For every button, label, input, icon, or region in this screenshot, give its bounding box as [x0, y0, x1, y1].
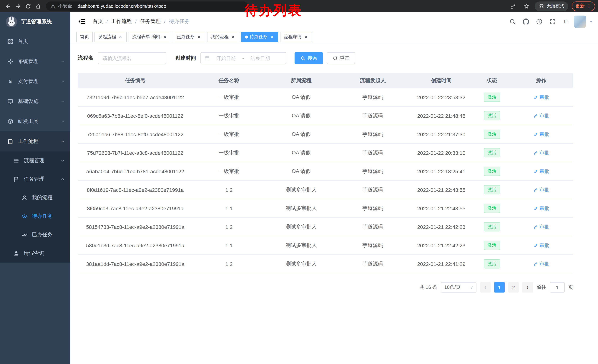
password-key-button[interactable]: [508, 1, 518, 11]
approve-link[interactable]: 审批: [533, 112, 549, 119]
goto-label: 前往: [537, 284, 546, 291]
page-size-select[interactable]: 10条/页 ∨: [441, 282, 476, 292]
home-icon: [35, 3, 41, 9]
page-button-1[interactable]: 1: [494, 282, 505, 292]
sidebar-item-home[interactable]: 首页: [0, 32, 70, 51]
github-button[interactable]: [521, 16, 531, 27]
flag-icon: [13, 176, 19, 182]
chevron-down-icon: [60, 99, 65, 104]
table-row: 58154733-7ac8-11ec-a9e2-a2380e71991a1.2测…: [78, 218, 573, 236]
breadcrumb-workflow[interactable]: 工作流程: [111, 18, 132, 25]
approve-link[interactable]: 审批: [533, 186, 549, 193]
status-badge: 激活: [484, 241, 500, 250]
approve-link[interactable]: 审批: [533, 94, 549, 101]
close-tab-icon[interactable]: ×: [162, 34, 167, 40]
breadcrumb-home[interactable]: 首页: [93, 18, 103, 25]
forward-button[interactable]: [13, 1, 23, 11]
close-tab-icon[interactable]: ×: [269, 34, 274, 40]
sidebar-item-workflow[interactable]: 工作流程: [0, 131, 70, 152]
help-button[interactable]: ?: [534, 16, 544, 27]
app-title: 芋道管理系统: [21, 18, 52, 25]
sidebar-item-task-management[interactable]: 任务管理: [0, 170, 70, 188]
sidebar: 芋道管理系统 首页 系统管理 ¥ 支付管理 基础设施 研发工具: [0, 12, 70, 364]
user-avatar[interactable]: [574, 15, 586, 28]
sidebar-item-leave-query[interactable]: 请假查询: [0, 244, 70, 263]
status-badge: 激活: [484, 259, 500, 268]
sidebar-item-process-management[interactable]: 流程管理: [0, 152, 70, 170]
col-task-id: 任务编号: [78, 73, 193, 88]
close-tab-icon[interactable]: ×: [231, 34, 236, 40]
caret-down-icon[interactable]: ▾: [590, 19, 592, 24]
hamburger-icon: [78, 18, 85, 25]
approve-link[interactable]: 审批: [533, 224, 549, 230]
logo-avatar: [6, 16, 17, 27]
bookmark-star-button[interactable]: [521, 1, 531, 11]
chevron-left-icon: ‹: [484, 284, 486, 291]
double-check-icon: [22, 232, 27, 238]
url-text: dashboard.yudao.iocoder.cn/bpm/task/todo: [78, 4, 166, 9]
search-button[interactable]: 搜索: [295, 52, 323, 64]
col-task-name: 任务名称: [193, 73, 265, 88]
font-size-button[interactable]: TT: [561, 16, 571, 27]
home-button[interactable]: [33, 1, 43, 11]
approve-link[interactable]: 审批: [533, 205, 549, 212]
approve-link[interactable]: 审批: [533, 131, 549, 138]
status-badge: 激活: [484, 148, 500, 157]
page-unit-label: 页: [568, 284, 573, 291]
prev-page-button[interactable]: ‹: [480, 282, 490, 292]
col-initiator: 流程发起人: [337, 73, 408, 88]
forward-icon: [15, 3, 21, 9]
hamburger-button[interactable]: [76, 16, 87, 27]
start-date-input[interactable]: [211, 55, 241, 61]
tab-my-processes[interactable]: 我的流程 ×: [207, 32, 239, 42]
process-name-label: 流程名: [78, 55, 93, 61]
goto-page-input[interactable]: [550, 282, 565, 292]
fullscreen-button[interactable]: [548, 16, 558, 27]
process-name-input[interactable]: [98, 52, 166, 64]
sidebar-item-done-tasks[interactable]: 已办任务: [0, 226, 70, 244]
status-badge: 激活: [484, 222, 500, 231]
sidebar-item-infrastructure[interactable]: 基础设施: [0, 91, 70, 112]
edit-pen-icon: [533, 151, 538, 155]
date-range-picker[interactable]: -: [200, 52, 286, 64]
approve-link[interactable]: 审批: [533, 242, 549, 249]
search-button[interactable]: [507, 16, 518, 27]
next-page-button[interactable]: ›: [523, 282, 533, 292]
end-date-input[interactable]: [245, 55, 275, 61]
annotation-text: 待办列表: [245, 1, 302, 20]
sidebar-item-dev-tools[interactable]: 研发工具: [0, 112, 70, 131]
update-button[interactable]: 更新 ⋮: [572, 1, 595, 11]
sidebar-item-system[interactable]: 系统管理: [0, 51, 70, 72]
tab-start-process[interactable]: 发起流程 ×: [94, 32, 127, 42]
page-button-2[interactable]: 2: [508, 282, 519, 292]
search-icon: [509, 18, 516, 25]
tab-done-tasks[interactable]: 已办任务 ×: [173, 32, 205, 42]
approve-link[interactable]: 审批: [533, 260, 549, 267]
close-tab-icon[interactable]: ×: [196, 34, 201, 40]
breadcrumb-task-management[interactable]: 任务管理: [140, 18, 161, 25]
sidebar-item-todo-tasks[interactable]: 待办任务: [0, 207, 70, 226]
tab-home[interactable]: 首页: [76, 32, 93, 42]
refresh-icon: [333, 56, 338, 61]
edit-pen-icon: [533, 187, 538, 192]
close-tab-icon[interactable]: ×: [303, 34, 309, 40]
reset-button[interactable]: 重置: [327, 52, 355, 64]
more-menu-icon[interactable]: ⋮: [587, 3, 591, 9]
table-row: 8f0d1619-7ac8-11ec-a9e2-a2380e71991a1.2测…: [78, 180, 573, 199]
tab-todo-tasks[interactable]: 待办任务 ×: [241, 32, 278, 42]
edit-pen-icon: [533, 113, 538, 118]
close-tab-icon[interactable]: ×: [118, 34, 123, 40]
tab-process-detail[interactable]: 流程详情 ×: [280, 32, 312, 42]
tab-process-form-edit[interactable]: 流程表单-编辑 ×: [129, 32, 171, 42]
approve-link[interactable]: 审批: [533, 149, 549, 156]
tabbar: 首页 发起流程 × 流程表单-编辑 × 已办任务 × 我的流程 × 待办任务 ×: [70, 31, 598, 43]
rabbit-logo-icon: [6, 16, 17, 27]
person-icon: [13, 250, 19, 256]
col-create-time: 创建时间: [408, 73, 474, 88]
refresh-button[interactable]: [23, 1, 33, 11]
sidebar-item-my-processes[interactable]: 我的流程: [0, 188, 70, 207]
sidebar-item-payment[interactable]: ¥ 支付管理: [0, 72, 70, 91]
address-bar[interactable]: 不安全 dashboard.yudao.iocoder.cn/bpm/task/…: [46, 1, 248, 11]
back-button[interactable]: [3, 1, 13, 11]
approve-link[interactable]: 审批: [533, 168, 549, 175]
